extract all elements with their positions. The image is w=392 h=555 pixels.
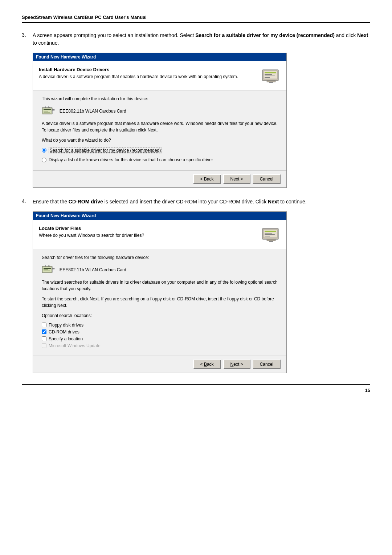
svg-rect-11 [44,111,48,112]
svg-rect-24 [269,241,273,242]
step-3: 3. A screen appears prompting you to sel… [22,32,370,188]
svg-rect-13 [52,109,54,110]
svg-rect-12 [44,112,50,113]
wizard-1-back-button[interactable]: < Back [193,174,221,184]
wizard-2-footer: < Back Next > Cancel [33,356,286,373]
header-title: SpeedStream Wireless CardBus PC Card Use… [22,15,147,20]
checkbox-specify-label: Specify a location [49,336,83,341]
svg-rect-5 [265,77,270,78]
wizard-2-title: Found New Hardware Wizard [36,213,96,218]
step-3-number: 3. [22,32,29,188]
wizard-2-body: Locate Driver Files Where do you want Wi… [33,220,286,373]
checkbox-floppy[interactable]: Floppy disk drives [42,323,278,328]
radio-label-2: Display a list of the known drivers for … [49,157,213,163]
checkbox-windows-update-label: Microsoft Windows Update [49,343,101,348]
wizard-1-para1: This wizard will complete the installati… [42,96,278,102]
wizard-1: Found New Hardware Wizard Install Hardwa… [33,53,287,188]
checkbox-cdrom-input[interactable] [42,329,46,334]
page-footer: 15 [22,384,370,393]
wizard-2-next-button[interactable]: Next > [223,360,250,369]
checkbox-floppy-label: Floppy disk drives [49,323,83,328]
wizard-2-back-button[interactable]: < Back [193,360,221,369]
svg-rect-4 [265,76,275,76]
radio-display[interactable] [42,158,46,162]
wizard-2-device-row: IEEE802.11b WLAN Cardbus Card [42,264,278,275]
wizard-1-radio-group: Search for a suitable driver for my devi… [42,147,278,163]
wizard-2-main: Search for driver files for the followin… [33,249,286,356]
wizard-1-para2: A device driver is a software program th… [42,120,278,133]
device-icon-svg-2 [42,264,55,275]
checkbox-cdrom[interactable]: CD-ROM drives [42,329,278,335]
hardware-icon-svg [262,67,281,86]
wizard-2-para3: To start the search, click Next. If you … [42,296,278,309]
wizard-1-titlebar: Found New Hardware Wizard [33,53,286,61]
wizard-2: Found New Hardware Wizard Locate Driver … [33,211,287,373]
wizard-1-main: This wizard will complete the installati… [33,90,286,170]
svg-rect-29 [44,271,50,271]
svg-rect-23 [267,239,275,241]
wizard-1-header: Install Hardware Device Drivers A device… [33,61,286,90]
wizard-1-device-row: IEEE802.11b WLAN Cardbus Card [42,106,278,117]
step-4-number: 4. [22,198,29,373]
svg-rect-20 [265,233,272,234]
page-number: 15 [365,388,370,393]
checkbox-windows-update-input [42,343,46,348]
wizard-1-body: Install Hardware Device Drivers A device… [33,61,286,187]
wizard-1-footer: < Back Next > Cancel [33,170,286,187]
step-3-text: A screen appears prompting you to select… [33,32,370,47]
device-icon-1 [42,106,55,117]
checkbox-specify[interactable]: Specify a location [42,336,278,341]
wizard-2-header-title: Locate Driver Files [39,226,257,231]
wizard-1-header-icon [262,67,281,86]
svg-rect-27 [44,268,51,269]
wizard-1-header-desc: A device driver is a software program th… [39,74,257,80]
svg-rect-3 [265,74,272,75]
wizard-1-title: Found New Hardware Wizard [36,54,96,60]
svg-rect-2 [265,72,276,73]
wizard-2-titlebar: Found New Hardware Wizard [33,212,286,220]
wizard-2-para2: The wizard searches for suitable drivers… [42,279,278,292]
hardware-icon-svg-2 [262,226,281,244]
wizard-1-header-text: Install Hardware Device Drivers A device… [39,67,257,80]
checkbox-cdrom-label: CD-ROM drives [49,329,79,335]
step-4-content: Ensure that the CD-ROM drive is selected… [33,198,370,373]
svg-rect-7 [269,82,273,83]
wizard-2-para1: Search for driver files for the followin… [42,254,278,261]
wizard-1-device-label: IEEE802.11b WLAN Cardbus Card [58,109,126,114]
step-4-text: Ensure that the CD-ROM drive is selected… [33,198,370,206]
wizard-2-header-desc: Where do you want Windows to search for … [39,232,257,239]
svg-rect-21 [265,234,275,235]
wizard-1-next-button[interactable]: Next > [223,174,250,184]
svg-rect-28 [44,270,48,270]
step-3-bold2: Next [357,32,368,38]
device-icon-2 [42,264,55,275]
wizard-2-cancel-button[interactable]: Cancel [253,360,281,369]
step-4: 4. Ensure that the CD-ROM drive is selec… [22,198,370,373]
svg-rect-30 [52,268,54,269]
device-icon-svg [42,106,55,117]
step-3-content: A screen appears prompting you to select… [33,32,370,188]
wizard-2-header-icon [262,226,281,244]
wizard-1-cancel-button[interactable]: Cancel [253,174,281,184]
checkbox-windows-update: Microsoft Windows Update [42,343,278,348]
wizard-1-header-title: Install Hardware Device Drivers [39,67,257,72]
wizard-2-header: Locate Driver Files Where do you want Wi… [33,220,286,249]
checkbox-specify-input[interactable] [42,336,46,341]
svg-rect-22 [265,236,270,236]
step-3-bold1: Search for a suitable driver for my devi… [195,32,335,38]
wizard-1-question: What do you want the wizard to do? [42,137,278,143]
svg-rect-19 [265,231,276,232]
page-header: SpeedStream Wireless CardBus PC Card Use… [22,15,370,23]
wizard-2-device-label: IEEE802.11b WLAN Cardbus Card [58,267,126,272]
radio-search[interactable] [42,148,46,153]
wizard-2-checkbox-group: Floppy disk drives CD-ROM drives Specify… [42,323,278,348]
radio-item-2[interactable]: Display a list of the known drivers for … [42,157,278,163]
checkbox-floppy-input[interactable] [42,323,46,327]
radio-item-1[interactable]: Search for a suitable driver for my devi… [42,147,278,154]
svg-rect-10 [44,109,51,110]
wizard-2-optional-label: Optional search locations: [42,312,278,319]
step-4-bold2: Next [268,199,279,204]
step-4-bold1: CD-ROM drive [69,199,103,204]
svg-rect-6 [267,81,275,82]
wizard-2-header-text: Locate Driver Files Where do you want Wi… [39,226,257,239]
